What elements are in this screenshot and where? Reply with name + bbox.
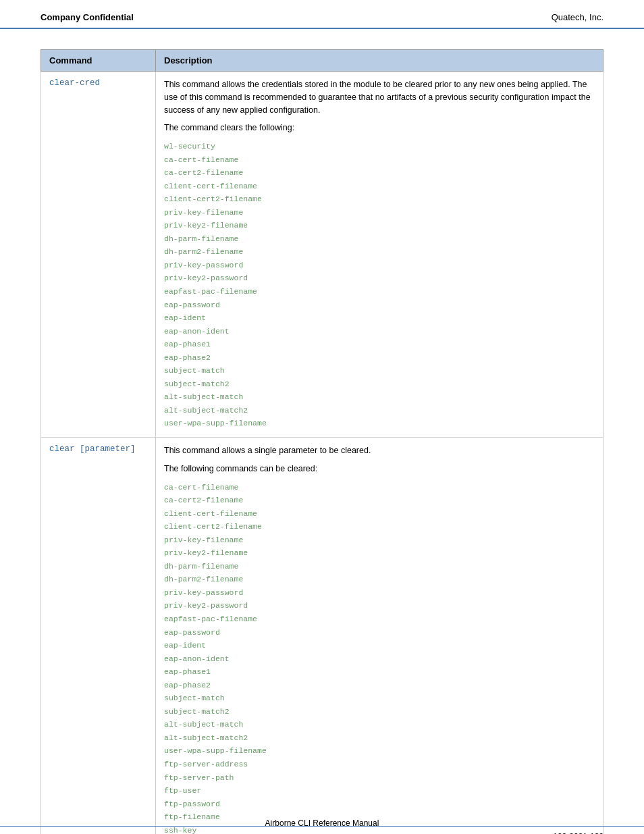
list-item: alt-subject-match2 (164, 731, 595, 745)
list-item: eap-ident (164, 311, 595, 325)
col-command-header: Command (41, 50, 156, 72)
list-item: priv-key-filename (164, 533, 595, 547)
list-item: eapfast-pac-filename (164, 613, 595, 626)
list-item: alt-subject-match (164, 718, 595, 731)
list-item: eap-password (164, 298, 595, 312)
list-item: user-wpa-supp-filename (164, 417, 595, 430)
list-item: priv-key2-filename (164, 546, 595, 560)
list-item: priv-key-password (164, 586, 595, 600)
clears-list: ca-cert-filenameca-cert2-filenameclient-… (164, 481, 595, 834)
list-item: dh-parm-filename (164, 560, 595, 573)
description-intro: This command allows a single parameter t… (164, 444, 595, 457)
list-item: ca-cert2-filename (164, 166, 595, 180)
list-item: ftp-user (164, 784, 595, 798)
col-description-header: Description (156, 50, 603, 72)
list-item: subject-match (164, 692, 595, 705)
list-item: ftp-server-path (164, 771, 595, 785)
command-cell: clear [parameter] (41, 438, 156, 834)
list-item: client-cert-filename (164, 507, 595, 521)
table-header-row: Command Description (41, 50, 603, 72)
list-item: client-cert2-filename (164, 192, 595, 206)
list-item: alt-subject-match (164, 390, 595, 404)
table-row: clear [parameter]This command allows a s… (41, 438, 603, 834)
list-item: ftp-server-address (164, 758, 595, 771)
header-right: Quatech, Inc. (552, 12, 603, 22)
list-item: eap-anon-ident (164, 325, 595, 338)
list-item: alt-subject-match2 (164, 404, 595, 417)
list-item: eap-password (164, 626, 595, 640)
list-item: eap-ident (164, 639, 595, 652)
list-item: eap-phase1 (164, 338, 595, 351)
list-item: eapfast-pac-filename (164, 285, 595, 298)
clears-list: wl-securityca-cert-filenameca-cert2-file… (164, 140, 595, 430)
description-cell: This command allows a single parameter t… (156, 438, 603, 834)
footer-center: Airborne CLI Reference Manual (265, 818, 379, 828)
list-item: subject-match (164, 364, 595, 377)
list-item: dh-parm2-filename (164, 245, 595, 259)
list-item: ftp-password (164, 798, 595, 811)
list-item: priv-key2-password (164, 271, 595, 285)
table-row: clear-credThis command allows the creden… (41, 72, 603, 438)
clears-label: The following commands can be cleared: (164, 463, 595, 475)
list-item: priv-key-filename (164, 206, 595, 219)
list-item: priv-key2-password (164, 599, 595, 613)
list-item: wl-security (164, 140, 595, 153)
list-item: dh-parm-filename (164, 232, 595, 246)
list-item: eap-phase1 (164, 665, 595, 679)
list-item: subject-match2 (164, 377, 595, 391)
list-item: client-cert-filename (164, 180, 595, 193)
page-header: Company Confidential Quatech, Inc. (0, 0, 644, 29)
list-item: priv-key-password (164, 259, 595, 272)
list-item: dh-parm2-filename (164, 573, 595, 586)
header-left: Company Confidential (41, 12, 134, 22)
list-item: eap-phase2 (164, 679, 595, 692)
list-item: subject-match2 (164, 705, 595, 719)
list-item: ftp-filename (164, 810, 595, 824)
list-item: eap-phase2 (164, 351, 595, 365)
description-intro: This command allows the credentials stor… (164, 78, 595, 116)
list-item: priv-key2-filename (164, 219, 595, 232)
list-item: ca-cert-filename (164, 481, 595, 494)
command-cell: clear-cred (41, 72, 156, 438)
main-table: Command Description clear-credThis comma… (41, 49, 603, 834)
list-item: user-wpa-supp-filename (164, 744, 595, 758)
list-item: client-cert2-filename (164, 520, 595, 533)
clears-label: The command clears the following: (164, 122, 595, 134)
list-item: ca-cert2-filename (164, 494, 595, 507)
description-cell: This command allows the credentials stor… (156, 72, 603, 438)
list-item: ca-cert-filename (164, 153, 595, 167)
list-item: eap-anon-ident (164, 652, 595, 666)
page-content: Command Description clear-credThis comma… (0, 29, 644, 834)
page-footer: Airborne CLI Reference Manual 100-8081-1… (0, 826, 644, 834)
